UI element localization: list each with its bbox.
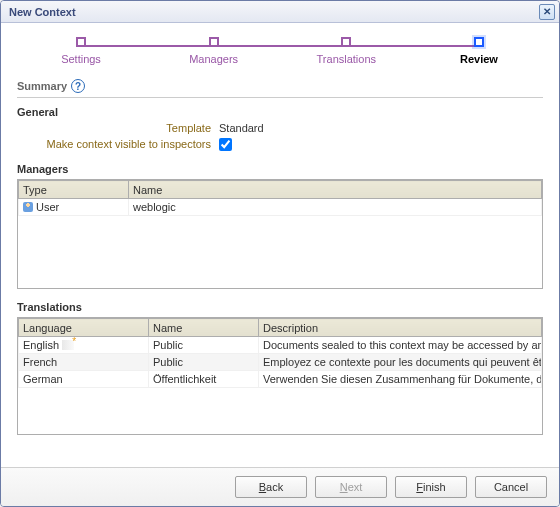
- step-label: Review: [460, 53, 498, 65]
- section-general-title: General: [17, 106, 543, 118]
- table-row[interactable]: User weblogic: [19, 199, 542, 216]
- col-language[interactable]: Language: [19, 319, 149, 337]
- visible-label: Make context visible to inspectors: [17, 138, 217, 153]
- help-icon[interactable]: ?: [71, 79, 85, 93]
- template-label: Template: [17, 122, 217, 134]
- cell-name: Public: [149, 337, 259, 354]
- default-lang-icon: [62, 340, 74, 350]
- cell-name: Öffentlichkeit: [149, 371, 259, 388]
- managers-table: Type Name User weblogic: [18, 180, 542, 216]
- cell-name: Public: [149, 354, 259, 371]
- translations-table-wrap: Language Name Description English Public…: [17, 317, 543, 435]
- section-managers-title: Managers: [17, 163, 543, 175]
- step-review[interactable]: Review: [429, 37, 529, 65]
- col-type[interactable]: Type: [19, 181, 129, 199]
- cell-description: Employez ce contexte pour les documents …: [259, 354, 542, 371]
- step-box-icon: [209, 37, 219, 47]
- table-header-row: Language Name Description: [19, 319, 542, 337]
- cell-language: English: [23, 339, 59, 351]
- step-box-icon: [474, 37, 484, 47]
- back-button[interactable]: Back: [235, 476, 307, 498]
- template-value: Standard: [217, 122, 543, 134]
- cell-type: User: [36, 201, 59, 213]
- section-translations-title: Translations: [17, 301, 543, 313]
- table-row[interactable]: French Public Employez ce contexte pour …: [19, 354, 542, 371]
- new-context-dialog: New Context ✕ Settings Managers Translat…: [0, 0, 560, 507]
- visible-checkbox[interactable]: [219, 138, 232, 151]
- col-description[interactable]: Description: [259, 319, 542, 337]
- close-button[interactable]: ✕: [539, 4, 555, 20]
- table-header-row: Type Name: [19, 181, 542, 199]
- step-label: Settings: [61, 53, 101, 65]
- col-name[interactable]: Name: [149, 319, 259, 337]
- general-grid: Template Standard Make context visible t…: [17, 122, 543, 153]
- user-icon: [23, 202, 33, 212]
- col-name[interactable]: Name: [129, 181, 542, 199]
- footer: Back Next Finish Cancel: [1, 467, 559, 506]
- cell-language: French: [19, 354, 149, 371]
- cell-description: Documents sealed to this context may be …: [259, 337, 542, 354]
- summary-header: Summary ?: [17, 79, 543, 98]
- next-button: Next: [315, 476, 387, 498]
- step-label: Translations: [317, 53, 377, 65]
- cell-description: Verwenden Sie diesen Zusammenhang für Do…: [259, 371, 542, 388]
- cancel-button[interactable]: Cancel: [475, 476, 547, 498]
- step-managers[interactable]: Managers: [164, 37, 264, 65]
- summary-title: Summary: [17, 80, 67, 92]
- translations-table: Language Name Description English Public…: [18, 318, 542, 388]
- managers-table-wrap: Type Name User weblogic: [17, 179, 543, 289]
- step-translations[interactable]: Translations: [296, 37, 396, 65]
- title-bar: New Context ✕: [1, 1, 559, 23]
- table-row[interactable]: English Public Documents sealed to this …: [19, 337, 542, 354]
- step-settings[interactable]: Settings: [31, 37, 131, 65]
- dialog-body: Summary ? General Template Standard Make…: [1, 69, 559, 467]
- cell-name: weblogic: [129, 199, 542, 216]
- step-label: Managers: [189, 53, 238, 65]
- finish-button[interactable]: Finish: [395, 476, 467, 498]
- dialog-title: New Context: [9, 6, 539, 18]
- step-box-icon: [76, 37, 86, 47]
- cell-language: German: [19, 371, 149, 388]
- table-row[interactable]: German Öffentlichkeit Verwenden Sie dies…: [19, 371, 542, 388]
- step-box-icon: [341, 37, 351, 47]
- wizard-steps: Settings Managers Translations Review: [1, 23, 559, 69]
